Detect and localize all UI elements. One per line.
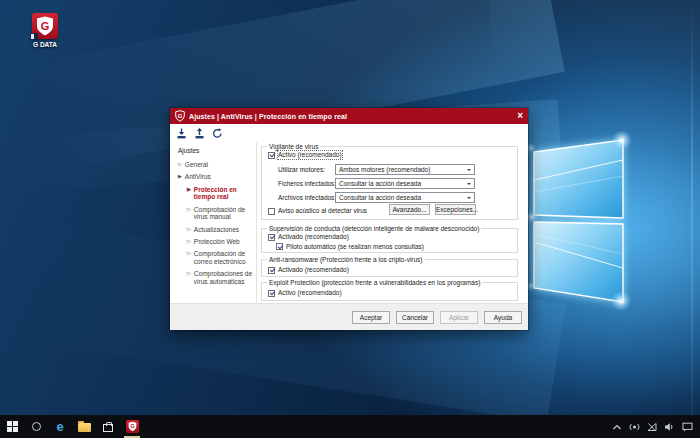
tree-header: Ajustes bbox=[178, 147, 253, 154]
chevron-right-icon: ▶ bbox=[178, 173, 182, 181]
svg-text:G: G bbox=[130, 423, 134, 429]
checkbox-label: Activo (recomendado) bbox=[278, 289, 342, 297]
group-virus-monitor: Vigilante de virus Activo (recomendado) … bbox=[261, 146, 518, 220]
chevron-right-icon: ▷ bbox=[187, 238, 191, 246]
checkbox-exploit-enabled[interactable]: Activo (recomendado) bbox=[268, 289, 342, 297]
svg-text:G: G bbox=[178, 113, 183, 119]
system-tray bbox=[612, 422, 700, 432]
checkbox-monitor-active[interactable]: Activo (recomendado) bbox=[268, 151, 342, 159]
infected-files-label: Ficheros infectados: bbox=[278, 180, 336, 188]
tree-item-label: Comprobaciones de virus automáticas bbox=[194, 270, 253, 286]
group-anti-ransomware: Anti-ransomware (Protección frente a los… bbox=[261, 259, 518, 277]
taskbar-gdata[interactable]: G bbox=[120, 415, 144, 438]
dialog-footer: Aceptar Cancelar Aplicar Ayuda bbox=[170, 303, 528, 330]
group-exploit-protection: Exploit Protection (protección frente a … bbox=[261, 282, 518, 301]
checkbox-behavior-enabled[interactable]: Activado (recomendado) bbox=[268, 233, 349, 241]
tree-item-email-scan[interactable]: ▷ Comprobación de correo electrónico bbox=[178, 250, 253, 266]
settings-panel: Vigilante de virus Activo (recomendado) … bbox=[257, 142, 528, 303]
desktop-icon-gdata[interactable]: G G DATA bbox=[20, 13, 70, 48]
tree-item-label: Protección Web bbox=[194, 238, 240, 246]
chevron-down-icon bbox=[467, 169, 471, 173]
settings-dialog: G Ajustes | AntiVirus | Protección en ti… bbox=[170, 108, 528, 330]
checkbox-acoustic-alert[interactable]: Aviso acústico al detectar virus bbox=[268, 207, 367, 215]
group-legend: Exploit Protection (protección frente a … bbox=[267, 279, 482, 286]
infected-archives-label: Archivos infectados: bbox=[278, 194, 336, 202]
tree-item-label: AntiVirus bbox=[185, 173, 211, 181]
checkbox-label: Piloto automático (se realizan menos con… bbox=[286, 243, 424, 251]
taskbar-store[interactable] bbox=[96, 415, 120, 438]
taskbar: e G bbox=[0, 415, 700, 438]
chevron-right-icon: ▶ bbox=[187, 186, 191, 202]
advanced-button[interactable]: Avanzado... bbox=[389, 204, 430, 215]
desktop: G G DATA G Ajustes | AntiVirus | Protecc… bbox=[0, 0, 700, 438]
windows-logo bbox=[533, 138, 625, 306]
start-button[interactable] bbox=[0, 415, 24, 438]
cortana-circle-icon bbox=[32, 422, 41, 431]
tree-item-label: Protección en tiempo real bbox=[194, 186, 253, 202]
checkbox-ransomware-enabled[interactable]: Activado (recomendado) bbox=[268, 266, 349, 274]
checkbox-label: Aviso acústico al detectar virus bbox=[278, 207, 367, 215]
tree-item-label: General bbox=[185, 161, 208, 169]
checkbox-label: Activado (recomendado) bbox=[278, 266, 349, 274]
select-value: Consultar la acción deseada bbox=[339, 180, 421, 187]
infected-archives-select[interactable]: Consultar la acción deseada bbox=[335, 192, 475, 203]
wireless-status-icon[interactable] bbox=[629, 422, 640, 432]
dialog-titlebar[interactable]: G Ajustes | AntiVirus | Protección en ti… bbox=[170, 108, 528, 124]
apply-button[interactable]: Aplicar bbox=[440, 311, 478, 324]
tree-item-manual-scan[interactable]: ▷ Comprobación de virus manual bbox=[178, 206, 253, 222]
infected-files-select[interactable]: Consultar la acción deseada bbox=[335, 178, 475, 189]
svg-text:G: G bbox=[41, 20, 50, 32]
windows-start-icon bbox=[7, 421, 18, 432]
engines-select[interactable]: Ambos motores (recomendado) bbox=[335, 164, 475, 175]
edge-icon: e bbox=[56, 420, 63, 433]
group-legend: Supervisión de conducta (detección intel… bbox=[267, 225, 481, 232]
checkbox-box bbox=[268, 234, 275, 241]
chevron-right-icon: ▷ bbox=[187, 206, 191, 222]
tree-item-label: Actualizaciones bbox=[194, 226, 239, 234]
checkbox-label: Activado (recomendado) bbox=[278, 233, 349, 241]
checkbox-box bbox=[268, 152, 275, 159]
group-legend: Anti-ransomware (Protección frente a los… bbox=[267, 256, 425, 263]
tree-item-realtime-protection[interactable]: ▶ Protección en tiempo real bbox=[178, 186, 253, 202]
volume-icon[interactable] bbox=[664, 422, 675, 432]
export-settings-icon[interactable] bbox=[194, 128, 205, 139]
action-center-icon[interactable] bbox=[682, 422, 693, 432]
accept-button[interactable]: Aceptar bbox=[352, 311, 390, 324]
chevron-right-icon: ▷ bbox=[187, 226, 191, 234]
checkbox-box bbox=[268, 208, 275, 215]
cancel-button[interactable]: Cancelar bbox=[396, 311, 434, 324]
chevron-down-icon bbox=[467, 197, 471, 201]
checkbox-box bbox=[268, 290, 275, 297]
close-icon[interactable]: × bbox=[517, 111, 523, 121]
tree-item-web-protection[interactable]: ▷ Protección Web bbox=[178, 238, 253, 246]
folder-icon bbox=[78, 423, 91, 432]
engines-label: Utilizar motores: bbox=[278, 166, 325, 174]
chevron-down-icon bbox=[467, 183, 471, 187]
gdata-shield-icon: G bbox=[126, 420, 139, 433]
select-value: Consultar la acción deseada bbox=[339, 194, 421, 201]
tree-item-antivirus[interactable]: ▶ AntiVirus bbox=[178, 173, 253, 181]
taskbar-edge[interactable]: e bbox=[48, 415, 72, 438]
taskbar-cortana[interactable] bbox=[24, 415, 48, 438]
wifi-icon[interactable] bbox=[647, 422, 657, 432]
reset-icon[interactable] bbox=[212, 128, 223, 139]
desktop-icon-label: G DATA bbox=[20, 41, 70, 48]
exceptions-button[interactable]: Excepciones... bbox=[435, 204, 476, 215]
checkbox-autopilot[interactable]: Piloto automático (se realizan menos con… bbox=[276, 243, 424, 251]
taskbar-file-explorer[interactable] bbox=[72, 415, 96, 438]
dialog-content: Ajustes ▷ General ▶ AntiVirus ▶ Protecci… bbox=[170, 142, 528, 303]
hidden-icons-chevron-icon[interactable] bbox=[612, 423, 622, 431]
flag-badge-icon bbox=[30, 33, 38, 41]
dialog-toolbar bbox=[170, 124, 528, 142]
help-button[interactable]: Ayuda bbox=[484, 311, 522, 324]
chevron-right-icon: ▷ bbox=[178, 161, 182, 169]
tree-item-label: Comprobación de correo electrónico bbox=[194, 250, 253, 266]
dialog-title: Ajustes | AntiVirus | Protección en tiem… bbox=[189, 113, 347, 120]
tree-item-automatic-scans[interactable]: ▷ Comprobaciones de virus automáticas bbox=[178, 270, 253, 286]
import-settings-icon[interactable] bbox=[176, 128, 187, 139]
tree-item-updates[interactable]: ▷ Actualizaciones bbox=[178, 226, 253, 234]
tree-item-general[interactable]: ▷ General bbox=[178, 161, 253, 169]
group-legend: Vigilante de virus bbox=[267, 143, 320, 150]
select-value: Ambos motores (recomendado) bbox=[339, 166, 430, 173]
gdata-shield-icon: G bbox=[175, 110, 185, 122]
